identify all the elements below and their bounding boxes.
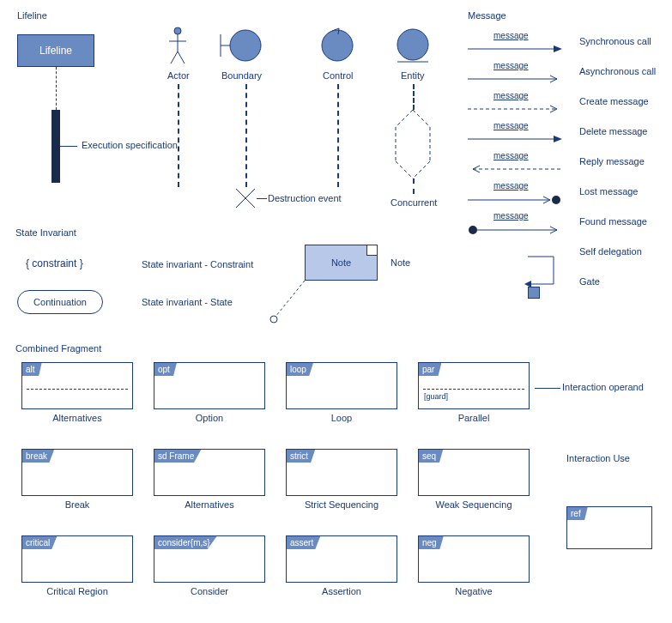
arrow-async-icon	[468, 75, 562, 85]
svg-line-40	[550, 227, 557, 230]
message-sync: messageSynchronous call	[468, 34, 657, 60]
boundary-dashline	[245, 84, 247, 187]
operand-connector	[535, 388, 560, 389]
message-overline: message	[493, 31, 529, 40]
svg-line-19	[275, 281, 305, 317]
fragment-tag: seq	[419, 450, 443, 463]
svg-line-36	[543, 200, 550, 203]
fragment-box: loop	[286, 362, 397, 409]
svg-line-28	[550, 109, 557, 112]
arrow-lost-icon	[468, 195, 562, 207]
svg-line-4	[178, 51, 185, 64]
svg-marker-30	[554, 136, 562, 142]
message-delete: messageDelete message	[468, 124, 657, 150]
fragment-assert: assertAssertion	[286, 535, 397, 596]
fragment-caption: Strict Sequencing	[286, 499, 397, 510]
message-create: messageCreate message	[468, 94, 657, 120]
interaction-operand-label: Interaction operand	[562, 382, 644, 392]
fragment-box: par[guard]	[418, 362, 530, 409]
entity-dashline-1	[413, 84, 415, 110]
note-label: Note	[390, 257, 410, 268]
svg-line-41	[550, 230, 557, 233]
svg-point-20	[270, 316, 277, 323]
fragment-sdframe: sd FrameAlternatives	[154, 449, 265, 510]
message-name: Synchronous call	[579, 36, 651, 46]
entity-dashline-2	[413, 178, 415, 194]
concurrent-split	[390, 110, 438, 187]
fragment-caption: Critical Region	[21, 586, 133, 596]
svg-marker-22	[554, 45, 562, 52]
svg-line-14	[413, 110, 430, 127]
note-fold-icon	[366, 245, 377, 256]
note-anchor	[269, 281, 312, 328]
fragment-box: seq	[418, 449, 530, 496]
fragment-caption: Parallel	[418, 413, 530, 423]
destruction-icon	[234, 187, 257, 209]
fragment-caption: Alternatives	[154, 499, 265, 510]
fragment-caption: Option	[154, 413, 265, 423]
fragment-dash	[27, 389, 128, 390]
fragment-box: break	[21, 449, 133, 496]
fragment-seq: seqWeak Sequencing	[418, 449, 530, 510]
message-overline: message	[493, 181, 529, 191]
message-reply: messageReply message	[468, 154, 657, 180]
boundary-icon	[219, 27, 262, 64]
fragment-alt: altAlternatives	[21, 362, 133, 423]
fragment-critical: criticalCritical Region	[21, 535, 133, 596]
actor-icon	[165, 26, 191, 67]
arrow-create-icon	[468, 105, 562, 115]
message-overline: message	[493, 61, 529, 70]
fragment-dash	[423, 389, 524, 390]
fragment-box: assert	[286, 535, 397, 583]
concurrent-label: Concurrent	[390, 197, 437, 208]
fragment-box: critical	[21, 535, 133, 583]
interaction-use-box: ref	[566, 506, 652, 549]
fragment-considerms: consider{m,s}Consider	[154, 535, 265, 596]
message-name: Gate	[579, 276, 600, 287]
control-label: Control	[323, 70, 353, 81]
message-name: Self delegation	[579, 246, 642, 257]
actor-dashline	[178, 84, 179, 187]
section-interaction-use: Interaction Use	[566, 453, 630, 463]
entity-icon	[395, 27, 431, 65]
arrow-delete-icon	[468, 135, 562, 145]
message-overline: message	[493, 91, 529, 100]
svg-line-27	[550, 106, 557, 109]
fragment-tag: loop	[287, 363, 313, 376]
arrow-found-icon	[468, 225, 562, 237]
message-overline: message	[493, 151, 529, 160]
svg-line-13	[396, 110, 413, 127]
fragment-box: alt	[21, 362, 133, 409]
control-icon	[319, 27, 355, 64]
message-found: messageFound message	[468, 215, 657, 240]
svg-line-32	[473, 166, 480, 169]
svg-point-0	[174, 27, 181, 34]
fragment-caption: Negative	[418, 586, 530, 596]
message-name: Delete message	[579, 126, 648, 136]
lifeline-box: Lifeline	[17, 34, 94, 67]
fragment-tag: critical	[22, 536, 57, 549]
continuation-box: Continuation	[17, 290, 103, 314]
fragment-tag: break	[22, 450, 54, 463]
fragment-tag: sd Frame	[154, 450, 201, 463]
fragment-tag: consider{m,s}	[154, 536, 217, 549]
svg-line-33	[473, 169, 480, 172]
fragment-break: breakBreak	[21, 449, 133, 510]
note-text: Note	[331, 257, 351, 268]
fragment-par: par[guard]Parallel	[418, 362, 530, 423]
fragment-box: strict	[286, 449, 397, 496]
execution-spec-bar	[51, 110, 60, 183]
message-name: Create message	[579, 96, 649, 106]
svg-line-3	[171, 51, 178, 64]
fragment-box: neg	[418, 535, 530, 583]
svg-point-7	[230, 30, 261, 61]
actor-label: Actor	[167, 70, 190, 81]
entity-label: Entity	[401, 70, 425, 81]
fragment-neg: negNegative	[418, 535, 530, 596]
fragment-caption: Consider	[154, 586, 265, 596]
control-dashline	[337, 84, 339, 187]
continuation-label: State invariant - State	[142, 297, 233, 307]
message-lost: messageLost message	[468, 184, 657, 210]
message-name: Reply message	[579, 156, 645, 166]
message-name: Lost message	[579, 186, 638, 197]
